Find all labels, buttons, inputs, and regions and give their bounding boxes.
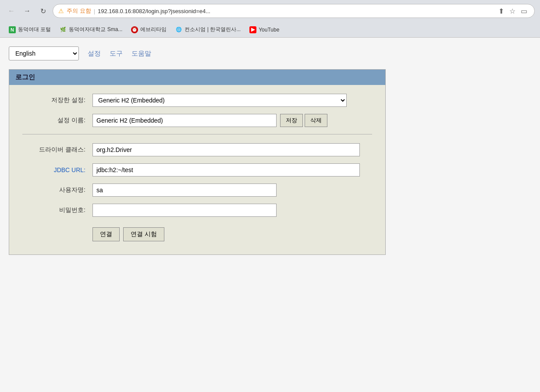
tools-link[interactable]: 도구 [110,49,123,58]
forward-button[interactable]: → [21,5,33,17]
bookmark-label-n-portal: 동덕여대 포털 [18,26,51,33]
login-panel: 로그인 저장한 설정: Generic H2 (Embedded) Generi… [9,69,386,255]
saved-settings-row: 저장한 설정: Generic H2 (Embedded) Generic H2… [22,94,372,107]
address-prefix: 주의 요함 [67,7,91,15]
saved-settings-label: 저장한 설정: [22,96,92,104]
bookmark-everytime[interactable]: ⏰ 에브리타임 [128,25,170,35]
save-settings-button[interactable]: 저장 [280,114,303,127]
bookmark-label-everytime: 에브리타임 [140,26,167,33]
settings-name-row: 설정 이름: 저장 삭제 [22,114,372,127]
settings-name-label: 설정 이름: [22,117,92,124]
favicon-youtube: ▶ [249,26,256,33]
bookmark-dongduk-smart[interactable]: 🌿 동덕여자대학교 Sma... [56,25,126,35]
favicon-dongduk: 🌿 [60,26,67,33]
username-label: 사용자명: [22,186,92,194]
window-button[interactable]: ▭ [519,6,529,16]
panel-title: 로그인 [15,73,35,81]
password-row: 비밀번호: [22,204,372,217]
address-bar[interactable]: ⚠ 주의 요함 | 192.168.0.16:8082/login.jsp?js… [53,4,535,18]
delete-settings-button[interactable]: 삭제 [305,114,327,127]
bookmarks-bar: N 동덕여대 포털 🌿 동덕여자대학교 Sma... ⏰ 에브리타임 🌐 컨소시… [0,22,540,38]
bookmark-konsortium[interactable]: 🌐 컨소시엄 | 한국열린사... [172,25,244,35]
bookmark-label-youtube: YouTube [259,27,279,33]
settings-name-buttons: 저장 삭제 [280,114,327,127]
favicon-everytime: ⏰ [131,26,138,33]
top-bar: English 한국어 日本語 中文 설정 도구 도움말 [9,46,531,60]
username-input[interactable] [92,184,277,197]
jdbc-url-label[interactable]: JDBC URL: [22,166,92,173]
favicon-n-portal: N [9,26,16,33]
back-button[interactable]: ← [5,5,18,17]
driver-class-row: 드라이버 클래스: [22,143,372,156]
settings-name-input[interactable] [92,114,277,127]
bookmark-youtube[interactable]: ▶ YouTube [246,25,283,35]
bookmark-button[interactable]: ☆ [508,6,517,16]
divider [22,134,372,134]
panel-header: 로그인 [9,70,385,85]
button-row: 연결 연결 시험 [22,227,372,241]
bookmark-n-portal[interactable]: N 동덕여대 포털 [5,25,54,35]
settings-link[interactable]: 설정 [88,49,101,58]
connect-button[interactable]: 연결 [92,227,120,241]
address-text: 192.168.0.16:8082/login.jsp?jsessionid=e… [98,8,494,14]
panel-body: 저장한 설정: Generic H2 (Embedded) Generic H2… [9,85,385,254]
password-input[interactable] [92,204,277,217]
password-label: 비밀번호: [22,206,92,214]
test-connect-button[interactable]: 연결 시험 [123,227,164,241]
favicon-konsortium: 🌐 [175,26,182,33]
help-link[interactable]: 도움말 [131,49,151,58]
reload-button[interactable]: ↻ [37,5,49,17]
jdbc-url-row: JDBC URL: [22,163,372,177]
username-row: 사용자명: [22,184,372,197]
driver-class-input[interactable] [92,143,360,156]
bookmark-label-dongduk: 동덕여자대학교 Sma... [69,26,122,33]
saved-settings-select[interactable]: Generic H2 (Embedded) Generic H2 (Server… [92,94,347,107]
bookmark-label-konsortium: 컨소시엄 | 한국열린사... [185,26,241,33]
page-content: English 한국어 日本語 中文 설정 도구 도움말 로그인 저장한 설정:… [0,38,540,392]
jdbc-url-input[interactable] [92,163,360,177]
warning-icon: ⚠ [58,7,64,14]
language-select[interactable]: English 한국어 日本語 中文 [9,46,79,60]
share-button[interactable]: ⬆ [497,6,506,16]
driver-class-label: 드라이버 클래스: [22,146,92,154]
